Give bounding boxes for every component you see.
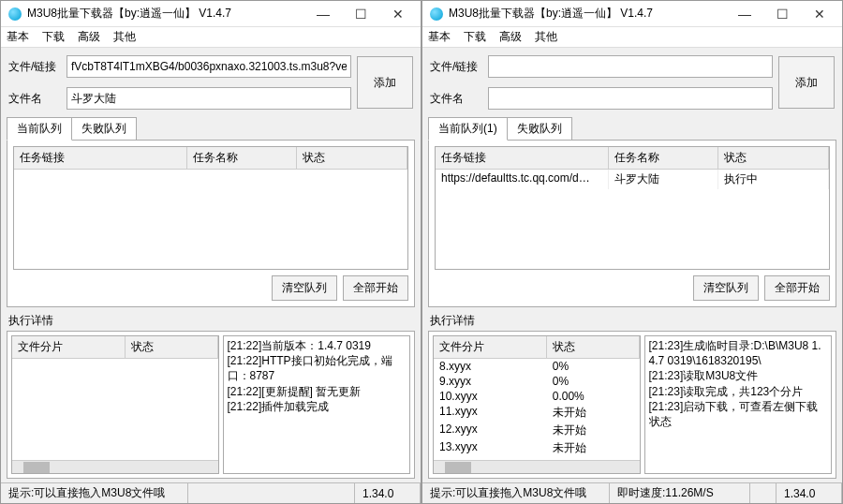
app-window-left: M3U8批量下载器【by:逍遥一仙】 V1.4.7 — ☐ ✕ 基本 下载 高级… (0, 0, 422, 504)
add-button[interactable]: 添加 (778, 56, 835, 109)
statusbar: 提示:可以直接拖入M3U8文件哦 1.34.0 (1, 482, 421, 503)
queue-buttons: 清空队列 全部开始 (13, 275, 408, 301)
list-item[interactable]: 11.xyyx未开始 (434, 404, 640, 422)
queue-header: 任务链接 任务名称 状态 (436, 147, 829, 170)
col-chunk-status: 状态 (126, 336, 218, 359)
menubar: 基本 下载 高级 其他 (1, 27, 421, 48)
app-icon (430, 7, 443, 21)
list-item[interactable]: 8.xyyx0% (434, 359, 640, 374)
log-output: [21:23]生成临时目录:D:\B\M3U8 1.4.7 0319\16183… (644, 335, 832, 474)
filename-label: 文件名 (430, 91, 482, 107)
exec-panel: 文件分片 状态 [21:22]当前版本：1.4.7 0319 [21:22]HT… (7, 331, 415, 479)
tab-current-queue[interactable]: 当前队列(1) (428, 117, 508, 141)
menubar: 基本 下载 高级 其他 (422, 27, 842, 48)
clear-queue-button[interactable]: 清空队列 (272, 275, 337, 301)
exec-details-label: 执行详情 (430, 313, 835, 329)
menu-advanced[interactable]: 高级 (499, 29, 522, 45)
chunk-hscroll[interactable] (12, 460, 218, 473)
titlebar: M3U8批量下载器【by:逍遥一仙】 V1.4.7 — ☐ ✕ (1, 1, 421, 27)
status-speed (188, 483, 355, 503)
list-item[interactable]: 13.xyyx未开始 (434, 439, 640, 457)
queue-grid[interactable]: 任务链接 任务名称 状态 https://defaultts.tc.qq.com… (435, 146, 830, 270)
maximize-button[interactable]: ☐ (342, 1, 379, 27)
col-task-link: 任务链接 (14, 147, 187, 170)
menu-advanced[interactable]: 高级 (78, 29, 100, 45)
chunk-rows-left (12, 359, 218, 460)
link-label: 文件/链接 (8, 59, 61, 75)
list-item[interactable]: 10.xyyx0.00% (434, 389, 640, 404)
filename-input[interactable] (67, 87, 351, 110)
statusbar: 提示:可以直接拖入M3U8文件哦 即时速度:11.26M/S 1.34.0 (422, 482, 842, 503)
link-label: 文件/链接 (430, 59, 482, 75)
input-form: 文件/链接 添加 文件名 (1, 48, 421, 115)
minimize-button[interactable]: — (304, 1, 342, 27)
queue-rows-right: https://defaultts.tc.qq.com/d…斗罗大陆执行中 (436, 170, 829, 189)
maximize-button[interactable]: ☐ (763, 1, 801, 27)
queue-panel: 任务链接 任务名称 状态 清空队列 全部开始 (7, 140, 415, 307)
menu-download[interactable]: 下载 (42, 29, 65, 45)
status-version: 1.34.0 (355, 483, 421, 503)
menu-other[interactable]: 其他 (113, 29, 136, 45)
input-form: 文件/链接 添加 文件名 (422, 48, 842, 115)
queue-header: 任务链接 任务名称 状态 (14, 147, 407, 170)
window-title: M3U8批量下载器【by:逍遥一仙】 V1.4.7 (449, 6, 726, 22)
filename-input[interactable] (488, 87, 773, 110)
app-window-right: M3U8批量下载器【by:逍遥一仙】 V1.4.7 — ☐ ✕ 基本 下载 高级… (422, 0, 843, 504)
chunk-grid[interactable]: 文件分片 状态 (11, 335, 219, 474)
window-title: M3U8批量下载器【by:逍遥一仙】 V1.4.7 (27, 6, 304, 22)
link-input[interactable] (488, 55, 773, 78)
col-chunk-name: 文件分片 (434, 336, 547, 359)
exec-details-label: 执行详情 (8, 313, 413, 329)
tab-current-queue[interactable]: 当前队列 (7, 117, 72, 141)
filename-label: 文件名 (8, 91, 61, 107)
menu-download[interactable]: 下载 (464, 29, 486, 45)
status-hint: 提示:可以直接拖入M3U8文件哦 (422, 483, 610, 503)
close-button[interactable]: ✕ (379, 1, 417, 27)
queue-tabs: 当前队列 失败队列 (1, 117, 421, 141)
col-task-name: 任务名称 (187, 147, 298, 170)
link-input[interactable] (67, 55, 351, 78)
col-task-status: 状态 (718, 147, 829, 170)
chunk-hscroll[interactable] (434, 460, 640, 473)
minimize-button[interactable]: — (726, 1, 763, 27)
queue-panel: 任务链接 任务名称 状态 https://defaultts.tc.qq.com… (428, 140, 836, 307)
status-speed: 即时速度:11.26M/S (610, 483, 750, 503)
tab-failed-queue[interactable]: 失败队列 (71, 117, 137, 141)
queue-tabs: 当前队列(1) 失败队列 (422, 117, 842, 141)
menu-basic[interactable]: 基本 (428, 29, 451, 45)
chunk-rows-right: 8.xyyx0%9.xyyx0%10.xyyx0.00%11.xyyx未开始12… (434, 359, 640, 460)
status-hint: 提示:可以直接拖入M3U8文件哦 (1, 483, 188, 503)
status-spacer (750, 483, 776, 503)
chunk-header: 文件分片 状态 (12, 336, 218, 359)
chunk-grid[interactable]: 文件分片 状态 8.xyyx0%9.xyyx0%10.xyyx0.00%11.x… (433, 335, 641, 474)
status-version: 1.34.0 (776, 483, 842, 503)
queue-grid[interactable]: 任务链接 任务名称 状态 (13, 146, 408, 270)
log-output: [21:22]当前版本：1.4.7 0319 [21:22]HTTP接口初始化完… (223, 335, 410, 474)
col-task-link: 任务链接 (436, 147, 609, 170)
col-chunk-status: 状态 (547, 336, 640, 359)
col-task-name: 任务名称 (609, 147, 719, 170)
menu-other[interactable]: 其他 (535, 29, 557, 45)
col-task-status: 状态 (297, 147, 407, 170)
queue-buttons: 清空队列 全部开始 (435, 275, 830, 301)
table-row[interactable]: https://defaultts.tc.qq.com/d…斗罗大陆执行中 (436, 170, 829, 189)
list-item[interactable]: 12.xyyx未开始 (434, 422, 640, 439)
menu-basic[interactable]: 基本 (7, 29, 29, 45)
chunk-header: 文件分片 状态 (434, 336, 640, 359)
col-chunk-name: 文件分片 (12, 336, 126, 359)
start-all-button[interactable]: 全部开始 (764, 275, 830, 301)
exec-panel: 文件分片 状态 8.xyyx0%9.xyyx0%10.xyyx0.00%11.x… (428, 331, 836, 479)
app-icon (8, 7, 22, 21)
tab-failed-queue[interactable]: 失败队列 (507, 117, 572, 141)
start-all-button[interactable]: 全部开始 (343, 275, 408, 301)
close-button[interactable]: ✕ (801, 1, 838, 27)
titlebar: M3U8批量下载器【by:逍遥一仙】 V1.4.7 — ☐ ✕ (422, 1, 842, 27)
clear-queue-button[interactable]: 清空队列 (693, 275, 759, 301)
list-item[interactable]: 9.xyyx0% (434, 374, 640, 389)
add-button[interactable]: 添加 (357, 56, 413, 109)
